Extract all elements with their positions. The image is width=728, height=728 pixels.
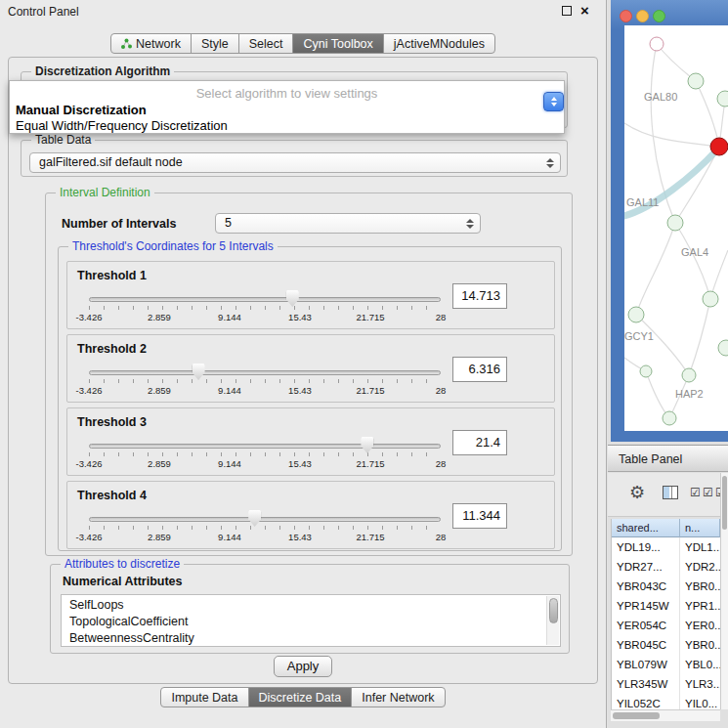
threshold-value-field[interactable]: 6.316: [452, 357, 507, 382]
table-row[interactable]: YPR145WYPR1...: [612, 596, 720, 616]
network-node[interactable]: [667, 215, 683, 231]
slider-track[interactable]: [89, 370, 441, 375]
slider-track[interactable]: [89, 297, 441, 302]
slider-scale-label: -3.426: [76, 532, 103, 542]
slider-scale-label: 9.144: [218, 312, 241, 322]
algorithm-option-equal-width-frequency-discretization[interactable]: Equal Width/Frequency Discretization: [10, 118, 564, 134]
algorithm-combo-stepper-icon[interactable]: [543, 92, 564, 111]
node-label: GAL4: [681, 246, 708, 258]
node-label: GAL11: [626, 196, 659, 208]
attribute-item-topologicalcoefficient[interactable]: TopologicalCoefficient: [69, 614, 560, 630]
vertical-scrollbar[interactable]: [720, 473, 728, 709]
table-row[interactable]: YER054CYER0...: [612, 616, 720, 635]
table-row[interactable]: YBR043CYBR0...: [612, 577, 720, 596]
threshold-value-field[interactable]: 21.4: [452, 430, 507, 455]
float-window-icon[interactable]: [562, 6, 572, 16]
list-scrollbar[interactable]: [546, 596, 559, 645]
slider-thumb[interactable]: [193, 364, 205, 380]
threshold-label: Threshold 1: [77, 269, 147, 282]
threshold-panel: Threshold 4 -3.4262.8599.14415.4321.7152…: [66, 481, 555, 549]
slider-thumb[interactable]: [286, 290, 299, 307]
network-canvas[interactable]: GAL80GAL11GAL4GCY1HAP2: [624, 25, 728, 431]
tab-jactivemnodules[interactable]: jActiveMNodules: [383, 33, 495, 54]
horizontal-scrollbar-thumb[interactable]: [613, 712, 660, 719]
threshold-slider[interactable]: -3.4262.8599.14415.4321.71528: [89, 363, 441, 400]
attribute-item-betweennesscentrality[interactable]: BetweennessCentrality: [69, 630, 560, 647]
combo-stepper-icon[interactable]: [464, 214, 476, 233]
table-cell: YBL0...: [680, 655, 720, 674]
tab-style[interactable]: Style: [191, 33, 239, 54]
slider-scale-label: 2.859: [148, 312, 171, 322]
tab-infer-network[interactable]: Infer Network: [351, 687, 445, 707]
slider-scale: -3.4262.8599.14415.4321.71528: [89, 385, 441, 397]
attribute-item-selfloops[interactable]: SelfLoops: [69, 597, 560, 614]
tab-network[interactable]: Network: [110, 33, 192, 54]
tab-select[interactable]: Select: [238, 33, 294, 54]
horizontal-scrollbar[interactable]: [611, 709, 720, 721]
thresholds-group-label: Threshold's Coordinates for 5 Intervals: [68, 239, 278, 253]
tab-impute-data[interactable]: Impute Data: [160, 687, 248, 707]
network-node[interactable]: [682, 368, 696, 382]
number-of-intervals-combobox[interactable]: 5: [215, 213, 481, 234]
table-column-header[interactable]: shared...: [612, 519, 680, 537]
table-cell: YPR1...: [680, 596, 720, 616]
table-row[interactable]: YLR345WYLR3...: [612, 674, 720, 694]
column-selector-icon[interactable]: [663, 486, 678, 499]
threshold-panel: Threshold 3 -3.4262.8599.14415.4321.7152…: [66, 407, 555, 476]
vertical-scrollbar-thumb[interactable]: [722, 476, 727, 530]
app-root: Control Panel NetworkStyleSelectCyni Too…: [0, 0, 728, 728]
table-data-combobox[interactable]: galFiltered.sif default node: [29, 152, 561, 173]
threshold-slider[interactable]: -3.4262.8599.14415.4321.71528: [89, 509, 441, 546]
tab-cyni-toolbox[interactable]: Cyni Toolbox: [292, 33, 383, 54]
slider-scale-label: 15.43: [288, 312, 312, 322]
table-row[interactable]: YIL052CYIL0...: [612, 694, 720, 709]
table-cell: YDR27...: [612, 557, 680, 577]
table-column-header[interactable]: n...: [680, 519, 720, 537]
threshold-slider[interactable]: -3.4262.8599.14415.4321.71528: [89, 436, 441, 473]
threshold-value-field[interactable]: 14.713: [452, 283, 507, 309]
network-node[interactable]: [717, 91, 728, 107]
combo-stepper-icon[interactable]: [544, 153, 556, 172]
network-node[interactable]: [703, 291, 718, 307]
close-icon[interactable]: [580, 5, 592, 17]
slider-ticks: [89, 526, 441, 530]
network-node[interactable]: [710, 138, 728, 155]
tab-discretize-data[interactable]: Discretize Data: [248, 687, 353, 707]
slider-scale-label: -3.426: [76, 312, 103, 322]
slider-track[interactable]: [89, 444, 441, 449]
top-tab-row: NetworkStyleSelectCyni ToolboxjActiveMNo…: [0, 33, 606, 54]
checkbox-icon[interactable]: [690, 486, 701, 499]
table-row[interactable]: YBR045CYBR0...: [612, 635, 720, 655]
network-node[interactable]: [688, 73, 704, 89]
settings-gear-icon[interactable]: [629, 482, 645, 503]
checkbox-icon[interactable]: [703, 486, 713, 499]
network-node[interactable]: [663, 411, 676, 425]
threshold-slider[interactable]: -3.4262.8599.14415.4321.71528: [89, 289, 441, 326]
network-node[interactable]: [628, 307, 644, 322]
algorithm-option-manual-discretization[interactable]: Manual Discretization: [10, 103, 564, 118]
table-cell: YPR145W: [612, 596, 680, 616]
slider-scale-label: 28: [436, 385, 447, 396]
table-cell: YBR0...: [680, 635, 720, 655]
threshold-label: Threshold 4: [77, 489, 147, 502]
table-row[interactable]: YDR27...YDR2...: [612, 557, 720, 577]
table-row[interactable]: YDL19...YDL1...: [612, 537, 720, 557]
threshold-value-field[interactable]: 11.344: [452, 503, 507, 529]
interval-definition-group: Interval Definition Number of Intervals …: [45, 193, 573, 556]
close-traffic-light-icon[interactable]: [620, 10, 632, 22]
list-scrollbar-thumb[interactable]: [549, 598, 558, 623]
algorithm-dropdown-popup: Select algorithm to view settings Manual…: [9, 80, 565, 134]
numerical-attributes-list[interactable]: SelfLoopsTopologicalCoefficientBetweenne…: [61, 594, 561, 647]
slider-thumb[interactable]: [361, 437, 373, 453]
slider-thumb[interactable]: [248, 510, 261, 527]
table-row[interactable]: YBL079WYBL0...: [612, 655, 720, 674]
network-node[interactable]: [640, 365, 652, 377]
slider-track[interactable]: [89, 517, 441, 522]
zoom-traffic-light-icon[interactable]: [653, 10, 665, 22]
network-node[interactable]: [718, 340, 728, 356]
node-label: GCY1: [624, 330, 654, 342]
apply-button[interactable]: Apply: [274, 656, 332, 677]
minimize-traffic-light-icon[interactable]: [636, 10, 649, 22]
slider-scale: -3.4262.8599.14415.4321.71528: [89, 458, 441, 470]
network-node[interactable]: [650, 37, 664, 51]
